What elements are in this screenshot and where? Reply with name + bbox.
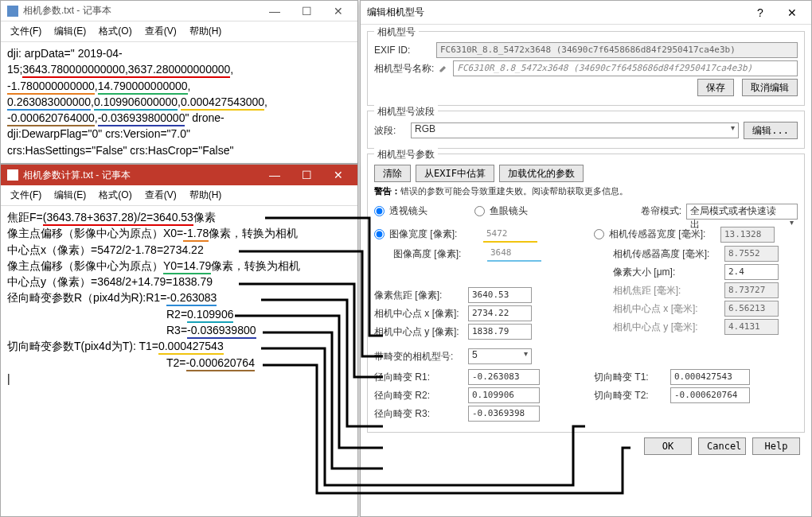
menu-edit[interactable]: 编辑(E) [49,23,91,40]
radio-label: 透视镜头 [389,204,427,218]
warning-text: 警告：错误的参数可能会导致重建失败。阅读帮助获取更多信息。 [374,185,798,197]
load-optimized-button[interactable]: 加载优化的参数 [499,165,584,182]
help-button[interactable]: ? [744,2,776,23]
text-line: dji:DewarpFlag="0" crs:Version="7.0" [7,127,190,140]
radio-input[interactable] [594,229,604,239]
text-seg: 15; [7,63,22,76]
menu-view[interactable]: 查看(V) [140,187,182,204]
cy-calc: 中心点y（像素）=3648/2+14.79=1838.79 [7,275,213,288]
text-area[interactable]: 焦距F=(3643.78+3637.28)/2=3640.53像素 像主点偏移（… [1,206,357,390]
radio-input[interactable] [374,229,385,239]
help-button[interactable]: Help [752,437,800,455]
group-legend: 相机型号参数 [374,148,438,161]
band-label: 波段: [374,124,406,138]
x0-calc: -1.78 [183,227,209,242]
menu-file[interactable]: 文件(F) [6,23,46,40]
y0-calc: Y0=14.79 [163,259,211,274]
save-button[interactable]: 保存 [697,79,734,96]
group-legend: 相机型号 [374,25,419,39]
cancel-button[interactable]: Cancel [698,437,746,455]
clear-button[interactable]: 清除 [374,165,411,182]
text-seg: 切向畸变参数T(pix4d为T): T1= [7,340,158,352]
fisheye-radio[interactable]: 鱼眼镜头 [474,204,570,218]
menubar: 文件(F) 编辑(E) 格式(O) 查看(V) 帮助(H) [1,185,357,206]
menu-edit[interactable]: 编辑(E) [49,187,91,204]
sensor-height-label: 相机传感器高度 [毫米]: [613,247,720,261]
perspective-radio[interactable]: 透视镜头 [374,204,470,218]
window-title: 编辑相机型号 [367,6,424,19]
minimize-button[interactable]: — [259,1,291,21]
image-height-input[interactable]: 3648 [487,246,541,262]
menubar: 文件(F) 编辑(E) 格式(O) 查看(V) 帮助(H) [1,21,357,42]
cx-mm-label: 相机中心点 x [毫米]: [613,302,720,316]
menu-view[interactable]: 查看(V) [140,23,182,40]
group-legend: 相机型号波段 [374,105,438,119]
radio-input[interactable] [374,206,385,216]
radio-input[interactable] [474,206,485,216]
text-seg: , [264,95,267,108]
distortion-model-select[interactable]: 5 [468,348,532,364]
ok-button[interactable]: OK [644,437,692,455]
close-button[interactable]: ✕ [322,1,354,21]
menu-help[interactable]: 帮助(H) [185,23,227,40]
shutter-select[interactable]: 全局模式或者快速读出 [686,204,798,220]
r3-input[interactable]: -0.0369398 [468,406,540,422]
cx-mm-value: 6.56213 [724,301,779,317]
text-seg: R2= [166,308,187,321]
window-title: 相机参数.txt - 记事本 [23,4,111,17]
pixel-size-label: 像素大小 [μm]: [613,266,720,279]
sensor-width-value: 13.1328 [720,227,775,243]
focal-px-input[interactable]: 3640.53 [468,287,532,303]
r2-calc: 0.109906 [187,308,233,323]
close-button[interactable]: ✕ [322,165,354,185]
r1-calc: -0.263083 [166,291,217,306]
image-width-input[interactable]: 5472 [483,227,537,243]
image-width-radio[interactable]: 图像宽度 [像素]: [374,227,478,241]
menu-format[interactable]: 格式(O) [94,23,136,40]
menu-file[interactable]: 文件(F) [6,187,46,204]
distortion-model-label: 带畸变的相机型号: [374,350,463,363]
text-area[interactable]: dji: arpData=" 2019-04- 15;3643.78000000… [1,42,357,161]
cy-mm-value: 4.4131 [724,319,779,335]
band-edit-button[interactable]: 编辑... [744,122,798,139]
menu-format[interactable]: 格式(O) [94,187,136,204]
titlebar[interactable]: 编辑相机型号 ? ✕ [361,1,811,25]
exif-id-value: FC6310R_8.8_5472x3648 (34690c7f6458686d8… [436,42,798,58]
close-button[interactable]: ✕ [776,2,808,23]
focal-px-label: 像素焦距 [像素]: [374,289,463,302]
minimize-button[interactable]: — [259,165,291,185]
group-band: 相机型号波段 波段: RGB 编辑... [367,111,805,149]
text-caret: | [7,372,10,385]
focal-calc: (3643.78+3637.28)/2=3640.53 [43,211,193,226]
text-seg: 像素，转换为相机 [211,259,300,272]
group-params: 相机型号参数 清除 从EXIF中估算 加载优化的参数 警告：错误的参数可能会导致… [367,154,805,433]
text-seg: 焦距F= [7,211,43,224]
r2-input[interactable]: 0.109906 [468,387,540,403]
maximize-button[interactable]: ☐ [291,165,322,185]
t1-input[interactable]: 0.000427543 [670,369,750,385]
titlebar[interactable]: 相机参数.txt - 记事本 — ☐ ✕ [1,1,357,21]
exif-id-label: EXIF ID: [374,45,431,56]
notepad-window-calc: 相机参数计算.txt - 记事本 — ☐ ✕ 文件(F) 编辑(E) 格式(O)… [0,164,358,517]
menu-help[interactable]: 帮助(H) [185,187,227,204]
band-select[interactable]: RGB [411,122,739,138]
maximize-button[interactable]: ☐ [291,1,322,21]
estimate-from-exif-button[interactable]: 从EXIF中估算 [416,165,494,182]
notepad-icon [7,6,18,17]
model-name-input[interactable]: FC6310R_8.8_5472x3648 (34690c7f6458686d8… [453,60,798,76]
t2-calc: -0.000620764 [186,356,255,371]
text-seg: T2= [166,356,186,369]
r1-input[interactable]: -0.263083 [468,369,540,385]
window-title: 相机参数计算.txt - 记事本 [23,169,131,182]
text-line: crs:HasSettings="False" crs:HasCrop="Fal… [7,144,233,157]
cancel-edit-button[interactable]: 取消编辑 [742,79,798,96]
cy-px-input[interactable]: 1838.79 [468,324,532,340]
pixel-size-input[interactable]: 2.4 [724,264,779,280]
titlebar[interactable]: 相机参数计算.txt - 记事本 — ☐ ✕ [1,165,357,185]
r2-raw: 0.109906000000 [94,95,178,111]
cx-px-input[interactable]: 2734.22 [468,305,532,321]
t2-input[interactable]: -0.000620764 [670,387,750,403]
r3-label: 径向畸变 R3: [374,407,463,421]
shutter-label: 卷帘模式: [641,204,681,218]
text-seg: R3= [166,324,187,336]
